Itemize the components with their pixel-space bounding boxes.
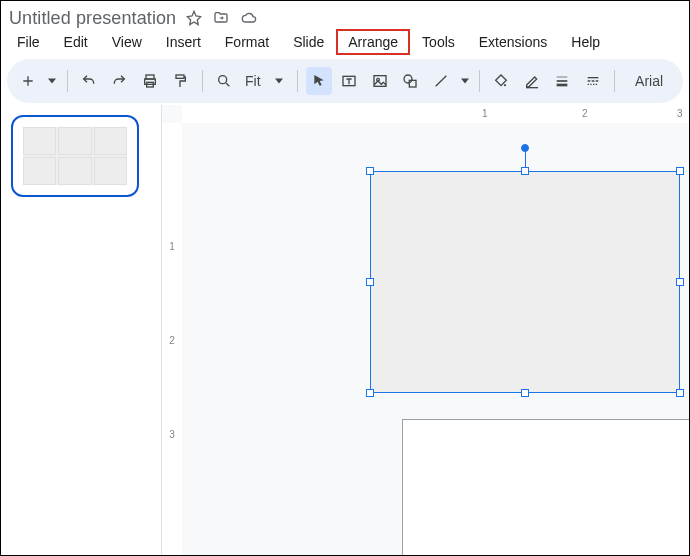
redo-button[interactable] [106, 67, 132, 95]
toolbar-separator [202, 70, 203, 92]
ruler-tick: 1 [482, 108, 488, 119]
move-to-folder-icon[interactable] [212, 10, 230, 26]
star-icon[interactable] [186, 10, 202, 26]
horizontal-ruler[interactable]: 1 2 3 [182, 105, 689, 123]
slide-filmstrip [1, 105, 161, 555]
undo-button[interactable] [76, 67, 102, 95]
border-dash-button[interactable] [580, 67, 606, 95]
menu-view[interactable]: View [100, 29, 154, 55]
insert-shape-button[interactable] [397, 67, 423, 95]
toolbar-separator [479, 70, 480, 92]
menu-file[interactable]: File [5, 29, 52, 55]
resize-handle-br[interactable] [676, 389, 684, 397]
zoom-select[interactable]: Fit [241, 67, 289, 95]
canvas-area: 1 2 3 1 2 3 [161, 105, 689, 555]
menu-edit[interactable]: Edit [52, 29, 100, 55]
insert-line-button[interactable] [428, 67, 454, 95]
menu-slide[interactable]: Slide [281, 29, 336, 55]
resize-handle-mr[interactable] [676, 278, 684, 286]
toolbar-separator [297, 70, 298, 92]
font-select[interactable]: Arial [623, 73, 675, 89]
svg-rect-6 [374, 76, 386, 87]
workspace: 1 2 3 1 2 3 [1, 105, 689, 555]
toolbar-separator [614, 70, 615, 92]
vertical-ruler[interactable]: 1 2 3 [162, 123, 182, 555]
resize-handle-ml[interactable] [366, 278, 374, 286]
menu-tools[interactable]: Tools [410, 29, 467, 55]
resize-handle-tm[interactable] [521, 167, 529, 175]
font-label: Arial [635, 73, 663, 89]
ruler-tick: 1 [168, 241, 176, 252]
resize-handle-tl[interactable] [366, 167, 374, 175]
text-box-button[interactable] [336, 67, 362, 95]
svg-rect-10 [526, 87, 538, 88]
menu-bar: File Edit View Insert Format Slide Arran… [1, 29, 689, 59]
menu-extensions[interactable]: Extensions [467, 29, 559, 55]
toolbar: Fit Arial [7, 59, 683, 103]
border-color-button[interactable] [519, 67, 545, 95]
zoom-label: Fit [245, 73, 261, 89]
cloud-status-icon[interactable] [240, 10, 258, 26]
toolbar-separator [67, 70, 68, 92]
fill-color-button[interactable] [488, 67, 514, 95]
menu-arrange[interactable]: Arrange [336, 29, 410, 55]
resize-handle-bm[interactable] [521, 389, 529, 397]
chevron-down-icon [275, 77, 283, 85]
ruler-tick: 2 [582, 108, 588, 119]
thumbnail-preview [23, 127, 127, 185]
slide-page[interactable] [402, 419, 689, 555]
slide-canvas[interactable] [182, 123, 689, 555]
svg-rect-3 [176, 75, 184, 78]
new-slide-dropdown-icon[interactable] [45, 67, 58, 95]
resize-handle-bl[interactable] [366, 389, 374, 397]
slide-thumbnail-1[interactable] [11, 115, 139, 197]
ruler-tick: 3 [677, 108, 683, 119]
rotation-stem [525, 150, 526, 168]
doc-title[interactable]: Untitled presentation [9, 8, 176, 29]
menu-format[interactable]: Format [213, 29, 281, 55]
select-tool-button[interactable] [306, 67, 332, 95]
svg-rect-9 [410, 80, 417, 87]
svg-point-4 [218, 76, 226, 84]
menu-insert[interactable]: Insert [154, 29, 213, 55]
new-slide-button[interactable] [15, 67, 41, 95]
line-dropdown-icon[interactable] [458, 67, 471, 95]
menu-help[interactable]: Help [559, 29, 612, 55]
rotation-handle[interactable] [521, 144, 529, 152]
ruler-tick: 2 [168, 335, 176, 346]
selected-rectangle-shape[interactable] [370, 171, 680, 393]
ruler-tick: 3 [168, 429, 176, 440]
resize-handle-tr[interactable] [676, 167, 684, 175]
print-button[interactable] [137, 67, 163, 95]
border-weight-button[interactable] [549, 67, 575, 95]
svg-point-8 [404, 75, 412, 83]
insert-image-button[interactable] [367, 67, 393, 95]
zoom-icon[interactable] [211, 67, 237, 95]
paint-format-button[interactable] [167, 67, 193, 95]
